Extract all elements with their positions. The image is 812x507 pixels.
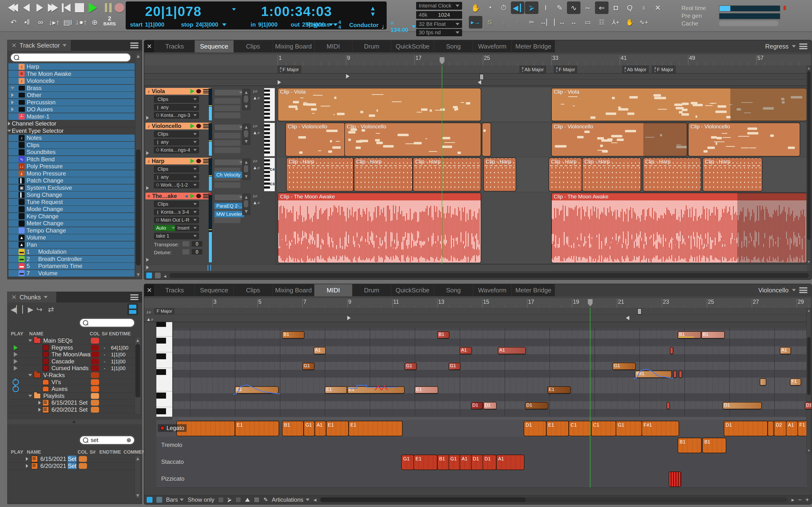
track-expand-icon[interactable] bbox=[146, 186, 149, 190]
keysig-chip[interactable]: ♯ ♭F Major bbox=[554, 66, 577, 73]
scrub-tool[interactable]: ▸→ bbox=[469, 16, 483, 29]
tab-waveform[interactable]: Waveform bbox=[473, 40, 512, 52]
artic-block-e1[interactable]: E1 bbox=[326, 421, 349, 436]
sidebar-item-meter-change[interactable]: Meter Change bbox=[8, 220, 135, 227]
piano-black-key-top[interactable] bbox=[156, 322, 166, 327]
bit-depth-select[interactable]: 32 Bit Float bbox=[416, 20, 462, 28]
close-icon[interactable]: ✕ bbox=[11, 294, 17, 301]
clip-clip-harp[interactable]: Clip - Harp bbox=[286, 158, 354, 191]
vel-zoom-icon[interactable]: ▲⌕ bbox=[146, 317, 154, 322]
artic-block-c1[interactable]: C1 bbox=[569, 421, 591, 436]
stretch-tool[interactable]: ↔ bbox=[567, 16, 580, 29]
vel-zoom-icon[interactable]: ▲⌕ bbox=[253, 130, 260, 135]
transpose-box[interactable] bbox=[183, 241, 189, 246]
effect-chip-chvelocity[interactable]: Ch Velocity bbox=[214, 172, 242, 178]
tab-quickscribe[interactable]: QuickScribe bbox=[391, 284, 434, 296]
close-tool[interactable]: ✕ bbox=[651, 1, 665, 14]
transport-field-stop[interactable]: stop24|3|000 bbox=[181, 21, 226, 28]
center-tool[interactable]: ♁ bbox=[637, 1, 651, 14]
piano-black-key-as1[interactable] bbox=[156, 338, 166, 344]
loop-start-icon[interactable] bbox=[346, 74, 349, 78]
chunk-row-playlists[interactable]: Playlists bbox=[9, 393, 135, 400]
piano-white-key[interactable] bbox=[156, 383, 172, 392]
set-search-input[interactable]: set⊗ bbox=[80, 436, 134, 444]
sidebar-item-do-auxes[interactable]: DO Auxes bbox=[8, 106, 135, 113]
clip-clip-violoncello[interactable]: Clip - Violoncello bbox=[286, 123, 345, 157]
color-swatch[interactable] bbox=[91, 365, 99, 371]
keysig-chip[interactable]: F Major bbox=[154, 308, 174, 314]
sidebar-item-modulation[interactable]: ▬1Modulation bbox=[8, 248, 135, 256]
insert-slot[interactable] bbox=[214, 182, 241, 188]
metronome-insert-button[interactable]: ▤I bbox=[61, 17, 74, 27]
piano-white-key[interactable] bbox=[156, 328, 172, 337]
sidebar-item-percussion[interactable]: Percussion bbox=[8, 99, 135, 106]
keysig-chip[interactable]: ♯ ♭Ab Major bbox=[520, 66, 546, 73]
sidebar-item-pan[interactable]: ▲Pan bbox=[8, 241, 135, 248]
vel-zoom-icon[interactable]: ▲⌕ bbox=[253, 95, 260, 101]
sequence-select[interactable]: Regress bbox=[307, 21, 338, 28]
output-pill[interactable] bbox=[214, 159, 245, 166]
piano-black-key-fs1[interactable] bbox=[156, 369, 166, 375]
metronome-icon[interactable]: ⏱ bbox=[497, 1, 510, 14]
lane-label-legato[interactable]: Legato bbox=[158, 424, 187, 432]
punch-marker[interactable] bbox=[637, 308, 642, 315]
artic-block-a1[interactable]: A1 bbox=[786, 421, 798, 436]
articulations-select[interactable]: Articulations bbox=[272, 496, 310, 503]
tab-sequence[interactable]: Sequence bbox=[195, 284, 234, 296]
output-pill[interactable] bbox=[214, 194, 245, 201]
output-pill[interactable] bbox=[214, 124, 245, 131]
sidebar-item-tune-request[interactable]: Tune Request bbox=[8, 199, 135, 206]
clip-clip-viola[interactable]: Clip - Viola bbox=[278, 88, 481, 121]
merge-tool[interactable]: ☷ bbox=[595, 16, 609, 29]
piano-black-key-cs1[interactable] bbox=[156, 408, 166, 414]
midi-note-e1[interactable]: E1 bbox=[325, 386, 347, 394]
clock-source-select[interactable]: Internal Clock bbox=[416, 2, 462, 10]
track-pill-0[interactable]: Clips bbox=[154, 96, 199, 103]
back-button[interactable] bbox=[20, 2, 33, 13]
chunk-set-row[interactable]: 6/15/2021 Set bbox=[9, 456, 135, 463]
punch-guard-icon[interactable]: ✋ bbox=[469, 1, 483, 14]
midi-note-f1[interactable]: F1 bbox=[790, 378, 801, 386]
seq-vscrollbar[interactable]: ▲▼ bbox=[806, 65, 811, 264]
sidebar-item-key-change[interactable]: Key Change bbox=[8, 213, 135, 220]
slip-button[interactable]: ▪‖ bbox=[21, 17, 33, 27]
mem-start-icon[interactable] bbox=[278, 80, 281, 84]
keysig-chip[interactable]: ♯ ♭F Major bbox=[652, 66, 675, 73]
chunks-menu-button[interactable] bbox=[130, 294, 139, 300]
take-pill[interactable]: take 1 bbox=[154, 233, 199, 239]
output-pill[interactable] bbox=[214, 89, 245, 96]
note-zoom-icon[interactable]: ♪⌕ bbox=[253, 193, 258, 199]
audition-speaker-icon[interactable]: ◀┃ bbox=[511, 1, 524, 14]
midi-note-a1[interactable]: A1 bbox=[314, 347, 326, 354]
play-enable-icon[interactable] bbox=[14, 352, 18, 357]
insert-slot[interactable] bbox=[214, 98, 241, 104]
forward-button[interactable] bbox=[47, 2, 59, 13]
artic-block-g1[interactable]: G1 bbox=[304, 421, 315, 436]
play-enable-icon[interactable] bbox=[191, 193, 194, 199]
track-pill-1[interactable]: ❙any bbox=[154, 139, 199, 145]
sidebar-item-the-moon-awake[interactable]: ≡The Moon Awake bbox=[8, 70, 135, 77]
sidebar-item-master-1[interactable]: ┴Master-1 bbox=[8, 113, 135, 120]
midi-note-fs1[interactable]: F#1 bbox=[635, 371, 672, 378]
previous-chunk-button[interactable]: ◀▏ bbox=[11, 304, 21, 314]
cue-list-button[interactable] bbox=[128, 303, 138, 315]
midi-note-g1[interactable]: G1 bbox=[612, 362, 636, 370]
artic-block-b1[interactable]: B1 bbox=[282, 421, 304, 436]
track-pill-2[interactable]: OWork…t]-1-2 bbox=[154, 182, 199, 188]
move-left-tool[interactable]: ⇐ bbox=[595, 1, 609, 14]
scroll-thumb[interactable] bbox=[136, 150, 141, 265]
track-pill-2[interactable]: OKonta…ngs-3 bbox=[154, 112, 199, 119]
midi-ruler[interactable]: 357911131517192123252729 bbox=[144, 298, 811, 308]
collapse-caret-icon[interactable] bbox=[8, 122, 10, 125]
sidebar-item-mono-pressure[interactable]: ⤓Mono Pressure bbox=[8, 170, 135, 177]
close-window-tab[interactable]: ✕ bbox=[144, 40, 155, 52]
expand-caret-icon[interactable] bbox=[7, 130, 11, 132]
track-pill-0[interactable]: Clips bbox=[154, 201, 199, 207]
color-swatch[interactable] bbox=[79, 463, 87, 469]
pause-button[interactable] bbox=[100, 2, 112, 13]
close-window-tab[interactable]: ✕ bbox=[144, 284, 155, 296]
window-menu-button[interactable] bbox=[799, 287, 807, 293]
artic-block-b1[interactable]: B1 bbox=[678, 438, 702, 453]
artic-block-e1[interactable]: E1 bbox=[546, 421, 569, 436]
track-selector-tab[interactable]: ✕Track Selector bbox=[7, 40, 71, 51]
